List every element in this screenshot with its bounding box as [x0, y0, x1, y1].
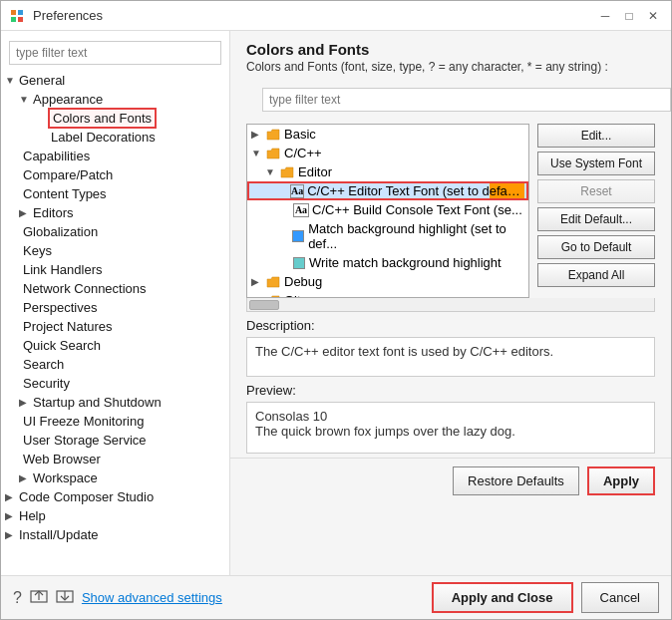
tree-label-help: Help	[19, 508, 46, 523]
font-tree-match-bg[interactable]: Match background highlight (set to def..…	[247, 219, 528, 253]
tree-label-ui-freeze: UI Freeze Monitoring	[23, 414, 144, 429]
tree-label-user-storage: User Storage Service	[23, 433, 147, 448]
sidebar-item-colors-fonts[interactable]: Colors and Fonts	[1, 109, 229, 128]
tree-label-network-connections: Network Connections	[23, 281, 147, 296]
footer-left: ? Show advanced settings	[13, 587, 222, 609]
font-tree-debug[interactable]: ▶ Debug	[247, 272, 528, 291]
export-icon[interactable]	[30, 587, 48, 609]
tree-label-capabilities: Capabilities	[23, 149, 90, 163]
font-label-cpp-build-console: C/C++ Build Console Text Font (se...	[312, 202, 522, 217]
help-icon[interactable]: ?	[13, 589, 22, 607]
sidebar-item-compare-patch[interactable]: Compare/Patch	[1, 165, 229, 184]
tree-label-appearance: Appearance	[33, 92, 103, 107]
preview-box: Consolas 10 The quick brown fox jumps ov…	[246, 402, 655, 454]
aa-icon-cpp-editor: Aa	[290, 184, 304, 198]
edit-default-button[interactable]: Edit Default...	[537, 207, 655, 231]
tree-label-project-natures: Project Natures	[23, 319, 113, 334]
titlebar: Preferences ─ □ ✕	[1, 1, 671, 31]
expand-all-button[interactable]: Expand All	[537, 263, 655, 287]
color-icon-write-match	[293, 257, 305, 269]
preview-label: Preview:	[246, 383, 655, 398]
sidebar-item-install-update[interactable]: ▶ Install/Update	[1, 525, 229, 544]
sidebar-item-content-types[interactable]: Content Types	[1, 184, 229, 203]
sidebar-item-search[interactable]: Search	[1, 355, 229, 374]
go-to-default-button[interactable]: Go to Default	[537, 235, 655, 259]
sidebar-item-help[interactable]: ▶ Help	[1, 506, 229, 525]
maximize-button[interactable]: □	[619, 6, 639, 26]
description-text: The C/C++ editor text font is used by C/…	[255, 344, 553, 359]
font-tree-scrollbar-h[interactable]	[246, 298, 655, 312]
folder-icon-cpp	[265, 147, 281, 160]
description-box: The C/C++ editor text font is used by C/…	[246, 337, 655, 377]
font-tree-cpp-editor-text[interactable]: Aa C/C++ Editor Text Font (set to defaul…	[247, 181, 528, 200]
svg-rect-2	[11, 17, 16, 22]
sidebar-item-link-handlers[interactable]: Link Handlers	[1, 260, 229, 279]
cancel-button[interactable]: Cancel	[581, 582, 659, 613]
folder-icon-editor	[279, 165, 295, 179]
main-content: ▼ General ▼ Appearance Colors and Fonts …	[1, 31, 671, 575]
sidebar-item-capabilities[interactable]: Capabilities	[1, 147, 229, 165]
sidebar-item-workspace[interactable]: ▶ Workspace	[1, 468, 229, 487]
font-tree-basic[interactable]: ▶ Basic	[247, 125, 528, 144]
apply-close-button[interactable]: Apply and Close	[432, 582, 573, 613]
preview-line2: The quick brown fox jumps over the lazy …	[255, 424, 646, 439]
tree-label-content-types: Content Types	[23, 186, 107, 201]
font-tree-write-match[interactable]: Write match background highlight	[247, 253, 528, 272]
window-controls: ─ □ ✕	[595, 6, 663, 26]
window-title: Preferences	[33, 8, 587, 23]
sidebar-item-project-natures[interactable]: Project Natures	[1, 317, 229, 336]
right-panel: Colors and Fonts Colors and Fonts (font,…	[230, 31, 671, 575]
tree-label-label-decorations: Label Decorations	[51, 130, 156, 145]
font-tree-git[interactable]: ▶ Git	[247, 291, 528, 298]
sidebar-item-general[interactable]: ▼ General	[1, 71, 229, 90]
sidebar-item-security[interactable]: Security	[1, 374, 229, 393]
sidebar-item-perspectives[interactable]: Perspectives	[1, 298, 229, 317]
preview-line1: Consolas 10	[255, 409, 646, 424]
tree-label-quick-search: Quick Search	[23, 338, 101, 353]
sidebar-item-user-storage[interactable]: User Storage Service	[1, 431, 229, 450]
import-icon[interactable]	[56, 587, 74, 609]
font-tree-cpp[interactable]: ▼ C/C++	[247, 144, 528, 162]
edit-button[interactable]: Edit...	[537, 124, 655, 148]
show-advanced-settings-link[interactable]: Show advanced settings	[82, 590, 222, 605]
sidebar-item-label-decorations[interactable]: Label Decorations	[1, 128, 229, 147]
right-button-column: Edit... Use System Font Reset Edit Defau…	[537, 124, 655, 298]
sidebar-item-keys[interactable]: Keys	[1, 241, 229, 260]
restore-defaults-button[interactable]: Restore Defaults	[453, 466, 579, 495]
tree-label-globalization: Globalization	[23, 224, 98, 239]
tree-label-general: General	[19, 73, 65, 88]
sidebar-item-code-composer[interactable]: ▶ Code Composer Studio	[1, 487, 229, 506]
sidebar-item-quick-search[interactable]: Quick Search	[1, 336, 229, 355]
sidebar-item-network-connections[interactable]: Network Connections	[1, 279, 229, 298]
sidebar-item-startup-shutdown[interactable]: ▶ Startup and Shutdown	[1, 393, 229, 412]
tree-label-search: Search	[23, 357, 64, 372]
use-system-font-button[interactable]: Use System Font	[537, 152, 655, 175]
sidebar-item-appearance[interactable]: ▼ Appearance	[1, 90, 229, 109]
preview-section: Preview: Consolas 10 The quick brown fox…	[246, 383, 655, 454]
tree-label-link-handlers: Link Handlers	[23, 262, 103, 277]
font-label-basic: Basic	[284, 127, 316, 142]
scrollbar-thumb-h[interactable]	[249, 300, 279, 310]
font-tree-editor[interactable]: ▼ Editor	[247, 162, 528, 181]
font-label-write-match: Write match background highlight	[309, 255, 502, 270]
tree-panel: ▼ General ▼ Appearance Colors and Fonts …	[1, 31, 230, 575]
font-label-cpp: C/C++	[284, 146, 322, 160]
reset-button[interactable]: Reset	[537, 179, 655, 203]
font-tree[interactable]: ▶ Basic ▼ C/C++	[246, 124, 529, 298]
minimize-button[interactable]: ─	[595, 6, 615, 26]
font-tree-cpp-build-console[interactable]: Aa C/C++ Build Console Text Font (se...	[247, 200, 528, 219]
close-button[interactable]: ✕	[643, 6, 663, 26]
apply-button[interactable]: Apply	[587, 466, 655, 495]
tree-label-startup-shutdown: Startup and Shutdown	[33, 395, 162, 410]
right-title: Colors and Fonts	[246, 41, 655, 58]
tree-search-input[interactable]	[9, 41, 221, 65]
font-filter-input[interactable]	[262, 88, 671, 112]
folder-icon-basic	[265, 128, 281, 142]
sidebar-item-globalization[interactable]: Globalization	[1, 222, 229, 241]
folder-icon-debug	[265, 275, 281, 289]
footer-right: Apply and Close Cancel	[432, 582, 659, 613]
sidebar-item-ui-freeze[interactable]: UI Freeze Monitoring	[1, 412, 229, 431]
sidebar-item-web-browser[interactable]: Web Browser	[1, 450, 229, 468]
color-icon-match-bg	[292, 230, 304, 242]
sidebar-item-editors[interactable]: ▶ Editors	[1, 203, 229, 222]
